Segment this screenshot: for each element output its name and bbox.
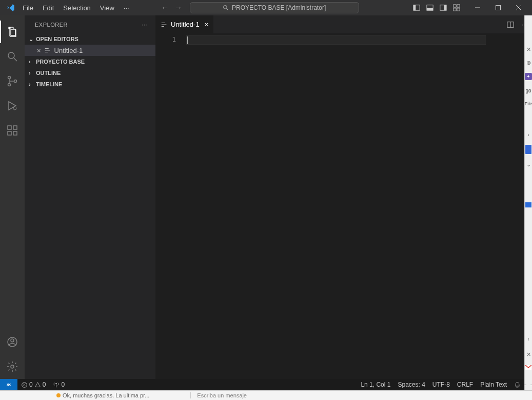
chevron-down-icon: ⌄ xyxy=(29,36,34,43)
section-open-editors-label: OPEN EDITORS xyxy=(36,36,78,42)
section-outline[interactable]: › OUTLINE xyxy=(25,67,155,79)
status-problems[interactable]: 0 0 xyxy=(17,379,49,390)
chevron-right-icon: › xyxy=(29,59,34,65)
activity-explorer-icon[interactable] xyxy=(0,20,25,44)
activity-source-control-icon[interactable] xyxy=(0,69,25,93)
status-notifications-icon[interactable] xyxy=(510,379,524,390)
status-ports[interactable]: 0 xyxy=(49,379,68,390)
menu-view[interactable]: View xyxy=(96,2,119,14)
status-cursor-position[interactable]: Ln 1, Col 1 xyxy=(357,379,394,390)
chat-preview-text: Ok, muchas gracias. La ultima pr... xyxy=(63,392,149,398)
svg-point-18 xyxy=(8,77,11,79)
sidebar-more-icon[interactable]: ··· xyxy=(142,22,147,28)
close-editor-icon[interactable]: × xyxy=(37,47,41,54)
svg-rect-25 xyxy=(13,126,17,129)
menu-selection[interactable]: Selection xyxy=(59,2,94,14)
svg-point-20 xyxy=(14,80,17,83)
warning-count: 0 xyxy=(43,381,46,388)
status-language[interactable]: Plain Text xyxy=(477,379,510,390)
toggle-primary-sidebar-icon[interactable] xyxy=(413,4,420,11)
activity-account-icon[interactable] xyxy=(0,330,25,354)
tab-label: Untitled-1 xyxy=(171,21,200,28)
right-close-icon[interactable]: ✕ xyxy=(525,46,531,52)
split-editor-icon[interactable] xyxy=(507,21,514,28)
right-close-icon-2[interactable]: ⊗ xyxy=(525,60,531,66)
right-thumb-icon[interactable] xyxy=(525,145,531,154)
right-label-2: File xyxy=(525,101,531,107)
status-encoding[interactable]: UTF-8 xyxy=(429,379,454,390)
menu-file[interactable]: File xyxy=(18,2,37,14)
menu-edit[interactable]: Edit xyxy=(38,2,58,14)
activity-extensions-icon[interactable] xyxy=(0,118,25,143)
section-timeline-label: TIMELINE xyxy=(36,81,62,87)
remote-indicator[interactable] xyxy=(0,379,17,390)
right-chevron-left-icon[interactable]: ‹ xyxy=(525,336,531,342)
nav-back-icon[interactable]: ← xyxy=(161,3,169,12)
svg-rect-11 xyxy=(457,8,460,11)
right-gmail-icon[interactable] xyxy=(525,365,531,371)
status-dot-icon xyxy=(56,393,61,397)
activity-settings-icon[interactable] xyxy=(0,354,25,379)
right-edge-panel: ✕ ⊗ ✦ go File › ⌄ ‹ ✕ ← → xyxy=(524,15,532,390)
svg-point-28 xyxy=(11,365,14,368)
nav-arrows: ← → xyxy=(161,3,183,12)
right-person-icon[interactable]: ✦ xyxy=(525,73,532,80)
svg-line-1 xyxy=(227,9,228,10)
svg-rect-5 xyxy=(427,8,433,10)
tab-close-icon[interactable]: × xyxy=(205,21,209,28)
layout-controls xyxy=(413,4,460,11)
svg-line-17 xyxy=(14,58,17,61)
activity-run-debug-icon[interactable] xyxy=(0,93,25,118)
svg-rect-22 xyxy=(8,126,11,129)
right-label-1: go xyxy=(525,87,531,93)
warning-icon xyxy=(34,382,41,388)
activity-search-icon[interactable] xyxy=(0,44,25,69)
svg-rect-9 xyxy=(457,5,460,7)
section-open-editors[interactable]: ⌄ OPEN EDITORS xyxy=(25,33,155,45)
file-icon xyxy=(161,21,168,28)
section-timeline[interactable]: › TIMELINE xyxy=(25,79,155,90)
right-forward-icon[interactable]: → xyxy=(529,381,532,387)
svg-rect-23 xyxy=(8,131,11,135)
line-number: 1 xyxy=(155,35,176,43)
window-minimize-icon[interactable] xyxy=(467,0,488,15)
right-chevron-down-icon[interactable]: ⌄ xyxy=(525,161,531,167)
status-indentation[interactable]: Spaces: 4 xyxy=(394,379,428,390)
titlebar: File Edit Selection View ··· ← → PROYECT… xyxy=(0,0,532,15)
open-editor-item[interactable]: × Untitled-1 xyxy=(25,45,155,56)
editor-body[interactable]: 1 xyxy=(155,33,532,379)
chat-input[interactable]: Escriba un mensaje xyxy=(190,392,532,398)
os-taskbar-fragment: Ok, muchas gracias. La ultima pr... Escr… xyxy=(0,390,532,400)
sidebar-header: EXPLORER ··· xyxy=(25,15,155,33)
svg-rect-7 xyxy=(444,5,446,11)
command-center[interactable]: PROYECTO BASE [Administrator] xyxy=(190,2,359,13)
text-cursor xyxy=(187,36,188,44)
current-line xyxy=(186,35,486,45)
svg-point-0 xyxy=(224,6,227,9)
editor-area: Untitled-1 × ··· 1 xyxy=(155,15,532,379)
svg-point-27 xyxy=(11,339,14,342)
section-project-label: PROYECTO BASE xyxy=(36,59,85,65)
svg-point-21 xyxy=(13,107,16,110)
toggle-secondary-sidebar-icon[interactable] xyxy=(440,4,447,11)
radio-tower-icon xyxy=(53,382,60,388)
window-close-icon[interactable] xyxy=(508,0,529,15)
menu-more-icon[interactable]: ··· xyxy=(120,2,133,14)
editor-tabs: Untitled-1 × ··· xyxy=(155,15,532,33)
chat-preview[interactable]: Ok, muchas gracias. La ultima pr... xyxy=(36,392,149,398)
right-chevron-icon[interactable]: › xyxy=(525,131,531,138)
open-editor-label: Untitled-1 xyxy=(54,47,83,54)
chevron-right-icon: › xyxy=(29,70,34,76)
toggle-panel-icon[interactable] xyxy=(426,4,434,11)
nav-forward-icon[interactable]: → xyxy=(174,3,183,12)
editor-content[interactable] xyxy=(186,33,532,379)
window-maximize-icon[interactable] xyxy=(488,0,508,15)
right-close-2-icon[interactable]: ✕ xyxy=(525,351,531,357)
status-eol[interactable]: CRLF xyxy=(454,379,477,390)
svg-point-16 xyxy=(8,52,14,59)
editor-tab-untitled[interactable]: Untitled-1 × xyxy=(155,15,214,33)
customize-layout-icon[interactable] xyxy=(453,4,460,11)
right-badge-icon[interactable] xyxy=(525,202,531,207)
section-project[interactable]: › PROYECTO BASE xyxy=(25,56,155,67)
error-count: 0 xyxy=(29,381,33,388)
